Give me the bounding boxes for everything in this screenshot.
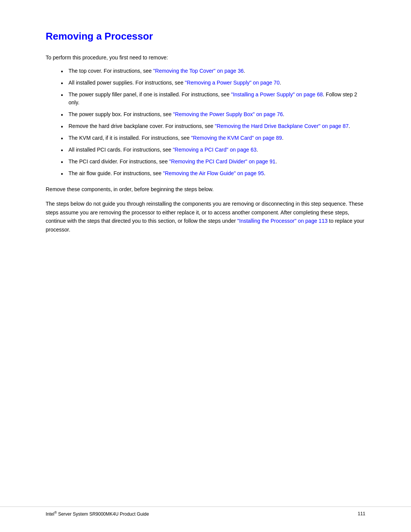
prerequisites-list: The top cover. For instructions, see "Re… bbox=[61, 67, 365, 177]
list-item: The KVM card, if it is installed. For in… bbox=[61, 134, 365, 142]
link-power-supply-box[interactable]: "Removing the Power Supply Box" on page … bbox=[173, 111, 283, 117]
bullet-text-before: All installed PCI cards. For instruction… bbox=[68, 147, 173, 153]
list-item: All installed power supplies. For instru… bbox=[61, 79, 365, 87]
list-item: Remove the hard drive backplane cover. F… bbox=[61, 122, 365, 130]
page-number: 111 bbox=[358, 511, 365, 516]
bullet-text-after: . bbox=[283, 111, 284, 117]
bullet-text-before: The top cover. For instructions, see bbox=[68, 68, 153, 74]
link-installing-processor[interactable]: "Installing the Processor" on page 113 bbox=[237, 218, 328, 224]
bullet-text-before: Remove the hard drive backplane cover. F… bbox=[68, 123, 215, 129]
bullet-text-after: . bbox=[256, 147, 258, 153]
link-top-cover[interactable]: "Removing the Top Cover" on page 36 bbox=[153, 68, 244, 74]
footer-left-text: Intel® Server System SR9000MK4U Product … bbox=[46, 511, 149, 517]
bullet-text-before: The power supply filler panel, if one is… bbox=[68, 91, 231, 97]
bullet-text-before: The PCI card divider. For instructions, … bbox=[68, 158, 169, 165]
list-item: All installed PCI cards. For instruction… bbox=[61, 146, 365, 154]
list-item: The PCI card divider. For instructions, … bbox=[61, 158, 365, 166]
bullet-text-before: The KVM card, if it is installed. For in… bbox=[68, 135, 191, 141]
bullet-text-after: . bbox=[264, 170, 265, 176]
link-power-supply[interactable]: "Removing a Power Supply" on page 70 bbox=[185, 80, 280, 86]
page-footer: Intel® Server System SR9000MK4U Product … bbox=[0, 506, 411, 517]
bullet-text-after: . bbox=[276, 158, 277, 165]
link-kvm-card[interactable]: "Removing the KVM Card" on page 89 bbox=[191, 135, 282, 141]
link-air-flow-guide[interactable]: "Removing the Air Flow Guide" on page 95 bbox=[163, 170, 264, 176]
intro-paragraph: To perform this procedure, you first nee… bbox=[46, 54, 365, 62]
list-item: The power supply filler panel, if one is… bbox=[61, 91, 365, 107]
bullet-text-after: . bbox=[282, 135, 284, 141]
bullet-text-after: . bbox=[349, 123, 350, 129]
bullet-text-before: The power supply box. For instructions, … bbox=[68, 111, 173, 117]
bullet-text-after: . bbox=[280, 80, 281, 86]
bullet-text-before: The air flow guide. For instructions, se… bbox=[68, 170, 163, 176]
paragraph-order: Remove these components, in order, befor… bbox=[46, 185, 365, 193]
list-item: The top cover. For instructions, see "Re… bbox=[61, 67, 365, 75]
link-pci-card-divider[interactable]: "Removing the PCI Card Divider" on page … bbox=[169, 158, 276, 165]
list-item: The power supply box. For instructions, … bbox=[61, 110, 365, 118]
paragraph-steps: The steps below do not guide you through… bbox=[46, 200, 365, 234]
page-container: Removing a Processor To perform this pro… bbox=[0, 0, 411, 532]
bullet-text-before: All installed power supplies. For instru… bbox=[68, 80, 185, 86]
link-pci-card[interactable]: "Removing a PCI Card" on page 63 bbox=[173, 147, 256, 153]
bullet-text-after: . bbox=[244, 68, 245, 74]
page-title: Removing a Processor bbox=[46, 30, 365, 42]
link-installing-power-supply[interactable]: "Installing a Power Supply" on page 68 bbox=[231, 91, 323, 97]
link-hard-drive-backplane[interactable]: "Removing the Hard Drive Backplane Cover… bbox=[215, 123, 349, 129]
list-item: The air flow guide. For instructions, se… bbox=[61, 169, 365, 177]
